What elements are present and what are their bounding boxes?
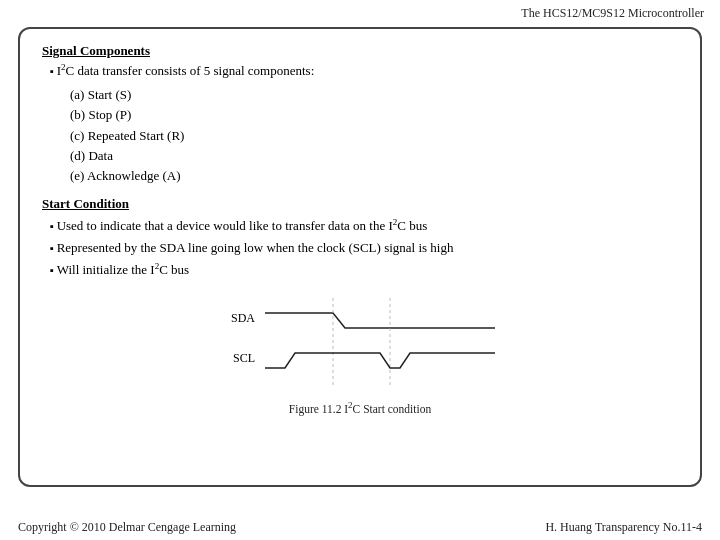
- page-footer: Copyright © 2010 Delmar Cengage Learning…: [0, 515, 720, 540]
- page-header: The HCS12/MC9S12 Microcontroller: [0, 0, 720, 23]
- sc-bullet-3: Will initialize the I2C bus: [50, 258, 678, 280]
- signal-item-e: (e) Acknowledge (A): [70, 166, 678, 186]
- footer-right: H. Huang Transparency No.11-4: [545, 520, 702, 535]
- signal-intro: I2C data transfer consists of 5 signal c…: [50, 62, 678, 79]
- signal-components-title: Signal Components: [42, 43, 678, 59]
- start-condition-section: Start Condition Used to indicate that a …: [42, 196, 678, 280]
- signal-bullet-list: I2C data transfer consists of 5 signal c…: [50, 62, 678, 79]
- diagram-area: SDA SCL Figure 11.2 I2C Start condition: [42, 288, 678, 415]
- signal-item-d: (d) Data: [70, 146, 678, 166]
- footer-left: Copyright © 2010 Delmar Cengage Learning: [18, 520, 236, 535]
- main-card: Signal Components I2C data transfer cons…: [18, 27, 702, 487]
- sc-bullet-1: Used to indicate that a device would lik…: [50, 215, 678, 237]
- signal-components-section: Signal Components I2C data transfer cons…: [42, 43, 678, 186]
- signal-item-a: (a) Start (S): [70, 85, 678, 105]
- start-condition-title: Start Condition: [42, 196, 678, 212]
- header-title: The HCS12/MC9S12 Microcontroller: [521, 6, 704, 20]
- start-condition-bullets: Used to indicate that a device would lik…: [50, 215, 678, 280]
- sda-label: SDA: [231, 311, 255, 325]
- diagram-svg: SDA SCL: [225, 288, 495, 398]
- signal-item-c: (c) Repeated Start (R): [70, 126, 678, 146]
- figure-caption: Figure 11.2 I2C Start condition: [289, 400, 431, 415]
- sc-bullet-2: Represented by the SDA line going low wh…: [50, 237, 678, 258]
- signal-item-b: (b) Stop (P): [70, 105, 678, 125]
- sda-line: [265, 313, 495, 328]
- scl-line: [265, 353, 495, 368]
- scl-label: SCL: [233, 351, 255, 365]
- signal-sub-list: (a) Start (S) (b) Stop (P) (c) Repeated …: [70, 85, 678, 186]
